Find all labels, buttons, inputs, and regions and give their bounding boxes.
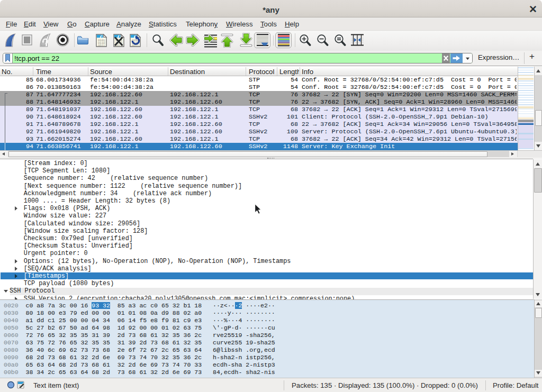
svg-text:0011: 0011	[98, 44, 105, 47]
